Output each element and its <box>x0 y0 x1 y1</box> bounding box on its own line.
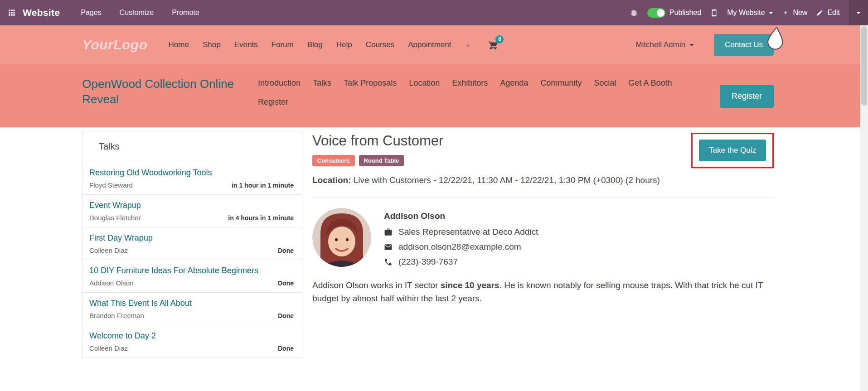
talk-status: Done <box>278 312 294 319</box>
talk-location: Location: Live with Customers - 12/22/21… <box>312 175 774 198</box>
talk-link[interactable]: 10 DIY Furniture Ideas For Absolute Begi… <box>89 266 294 275</box>
talk-link[interactable]: What This Event Is All About <box>89 299 294 308</box>
more-options-dropdown[interactable] <box>849 0 868 25</box>
location-label: Location: <box>312 175 351 185</box>
contact-us-button[interactable]: Contact Us <box>714 34 774 56</box>
nav-shop[interactable]: Shop <box>203 40 221 49</box>
register-button[interactable]: Register <box>720 85 774 108</box>
talk-link[interactable]: Restoring Old Woodworking Tools <box>89 168 294 178</box>
cart-count-badge: 0 <box>495 35 504 43</box>
app-title[interactable]: Website <box>23 7 60 18</box>
speaker-bio: Addison Olson works in IT sector since 1… <box>312 279 766 305</box>
nav-home[interactable]: Home <box>169 40 189 49</box>
nav-courses[interactable]: Courses <box>366 40 394 49</box>
debug-bug-icon[interactable] <box>630 9 638 17</box>
new-button[interactable]: New <box>782 9 807 17</box>
talk-list-item[interactable]: 10 DIY Furniture Ideas For Absolute Begi… <box>82 260 302 293</box>
talk-status: Done <box>278 247 294 254</box>
mobile-preview-icon[interactable] <box>710 9 718 17</box>
published-label: Published <box>669 9 701 17</box>
talk-speaker: Brandon Freeman <box>89 312 144 319</box>
envelope-icon <box>384 243 393 251</box>
talks-sidebar-title: Talks <box>82 131 302 162</box>
bio-text-1: Addison Olson works in IT sector <box>312 280 441 290</box>
talk-list-item[interactable]: Welcome to Day 2 Colleen Diaz Done <box>82 325 302 358</box>
event-nav-talk-proposals[interactable]: Talk Proposals <box>344 78 397 88</box>
admin-topbar: Website Pages Customize Promote Publishe… <box>0 0 868 25</box>
talk-status: Done <box>278 280 294 287</box>
event-header: OpenWood Collection Online Reveal Introd… <box>0 64 868 127</box>
talk-list-item[interactable]: First Day Wrapup Colleen Diaz Done <box>82 227 302 260</box>
event-nav-agenda[interactable]: Agenda <box>500 78 528 88</box>
talk-status: in 4 hours in 1 minute <box>228 214 294 222</box>
published-toggle[interactable] <box>647 8 665 18</box>
talk-title: Voice from Customer <box>312 133 443 149</box>
chevron-down-icon <box>856 12 861 14</box>
apps-grid-icon[interactable] <box>7 8 16 17</box>
talk-meta: Douglas Fletcher in 4 hours in 1 minute <box>89 214 294 222</box>
event-nav-community[interactable]: Community <box>540 78 582 88</box>
talk-list-item[interactable]: Restoring Old Woodworking Tools Floyd St… <box>82 162 302 195</box>
talks-sidebar: Talks Restoring Old Woodworking Tools Fl… <box>82 131 302 358</box>
event-menu-row-1: Introduction Talks Talk Proposals Locati… <box>258 78 672 88</box>
talk-speaker: Colleen Diaz <box>89 344 128 352</box>
speaker-block: Addison Olson Sales Representative at De… <box>312 208 774 272</box>
talk-speaker: Addison Olson <box>89 279 134 287</box>
edit-button[interactable]: Edit <box>816 9 840 17</box>
user-name: Mitchell Admin <box>635 40 685 49</box>
chevron-down-icon <box>769 12 773 14</box>
event-menu: Introduction Talks Talk Proposals Locati… <box>258 76 672 116</box>
location-value: Live with Customers - 12/22/21, 11:30 AM… <box>354 175 660 185</box>
event-nav-location[interactable]: Location <box>409 78 440 88</box>
event-title[interactable]: OpenWood Collection Online Reveal <box>82 76 240 107</box>
take-the-quiz-button[interactable]: Take the Quiz <box>699 140 766 161</box>
speaker-phone[interactable]: (223)-399-7637 <box>398 257 458 267</box>
event-nav-talks[interactable]: Talks <box>313 78 331 88</box>
talk-meta: Colleen Diaz Done <box>89 246 294 254</box>
talk-meta: Floyd Steward in 1 hour in 1 minute <box>89 181 294 189</box>
talk-meta: Addison Olson Done <box>89 279 294 287</box>
website-switcher[interactable]: My Website <box>727 9 773 17</box>
menu-customize[interactable]: Customize <box>111 9 163 17</box>
talk-link[interactable]: Event Wrapup <box>89 201 294 210</box>
edit-button-label: Edit <box>827 9 840 17</box>
event-nav-get-a-booth[interactable]: Get A Booth <box>628 78 672 88</box>
speaker-role-line: Sales Representative at Deco Addict <box>384 227 538 237</box>
tag-round-table: Round Table <box>359 155 404 166</box>
nav-events[interactable]: Events <box>234 40 258 49</box>
briefcase-icon <box>384 228 393 237</box>
page-content: Talks Restoring Old Woodworking Tools Fl… <box>0 127 868 358</box>
talk-title-block: Voice from Customer Consumers Round Tabl… <box>312 133 443 166</box>
chevron-down-icon <box>689 44 694 46</box>
user-menu[interactable]: Mitchell Admin <box>635 40 694 49</box>
event-nav-social[interactable]: Social <box>594 78 616 88</box>
nav-help[interactable]: Help <box>336 40 352 49</box>
new-button-label: New <box>793 9 807 17</box>
menu-promote[interactable]: Promote <box>163 9 208 17</box>
website-navbar: YourLogo Home Shop Events Forum Blog Hel… <box>0 25 868 64</box>
talk-status: in 1 hour in 1 minute <box>232 182 294 189</box>
phone-icon <box>384 258 393 266</box>
talk-meta: Brandon Freeman Done <box>89 312 294 319</box>
talk-list-item[interactable]: Event Wrapup Douglas Fletcher in 4 hours… <box>82 195 302 227</box>
menu-pages[interactable]: Pages <box>72 9 110 17</box>
event-nav-introduction[interactable]: Introduction <box>258 78 301 88</box>
scrollbar-thumb[interactable] <box>861 26 867 106</box>
cart-button[interactable]: 0 <box>488 39 499 50</box>
talk-list-item[interactable]: What This Event Is All About Brandon Fre… <box>82 293 302 325</box>
speaker-info: Addison Olson Sales Representative at De… <box>384 208 538 272</box>
add-page-plus-icon[interactable] <box>465 42 471 48</box>
nav-blog[interactable]: Blog <box>307 40 323 49</box>
event-nav-register[interactable]: Register <box>258 97 288 107</box>
talk-link[interactable]: First Day Wrapup <box>89 233 294 243</box>
speaker-name: Addison Olson <box>384 211 538 221</box>
scrollbar[interactable] <box>860 25 868 391</box>
nav-appointment[interactable]: Appointment <box>408 40 451 49</box>
speaker-email[interactable]: addison.olson28@example.com <box>398 242 521 252</box>
nav-forum[interactable]: Forum <box>272 40 294 49</box>
speaker-email-line: addison.olson28@example.com <box>384 242 538 252</box>
site-logo[interactable]: YourLogo <box>82 37 148 53</box>
event-nav-exhibitors[interactable]: Exhibitors <box>452 78 488 88</box>
talk-speaker: Floyd Steward <box>89 181 133 189</box>
talk-link[interactable]: Welcome to Day 2 <box>89 331 294 341</box>
